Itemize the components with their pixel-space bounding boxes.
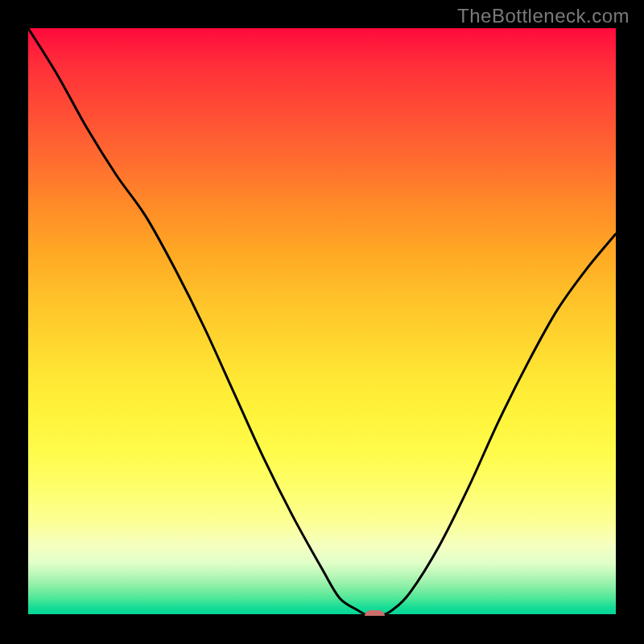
optimal-marker: [365, 610, 385, 617]
plot-area: [28, 28, 616, 616]
bottleneck-curve: [28, 28, 616, 616]
baseline: [28, 614, 616, 616]
watermark-text: TheBottleneck.com: [457, 5, 630, 27]
